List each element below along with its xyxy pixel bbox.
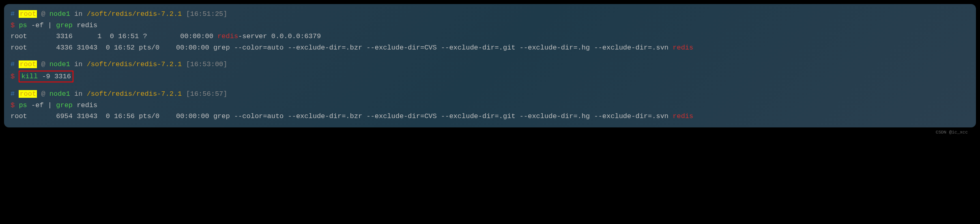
ps-command: ps <box>19 101 27 109</box>
in-text: in <box>70 10 87 18</box>
process-row: root 6954 31043 0 16:56 pts/0 00:00:00 g… <box>11 112 673 120</box>
watermark-text: CSDN @ic_xcc <box>4 127 976 136</box>
command-line-2: $ kill -9 3316 <box>11 71 969 83</box>
pipe-symbol: | <box>48 101 52 109</box>
process-row: root 3316 1 0 16:51 ? 00:00:00 <box>11 32 217 40</box>
kill-args: -9 3316 <box>38 73 71 80</box>
ps-args: -ef <box>27 22 48 29</box>
kill-highlight-box: kill -9 3316 <box>19 71 73 83</box>
command-line-3: $ ps -ef | grep redis <box>11 100 969 111</box>
output-line-3: root 6954 31043 0 16:56 pts/0 00:00:00 g… <box>11 111 969 122</box>
cwd-path: /soft/redis/redis-7.2.1 <box>87 60 182 68</box>
user-root: root <box>19 90 37 98</box>
grep-command: grep <box>52 101 73 109</box>
ps-args: -ef <box>27 101 48 109</box>
prompt-dollar: $ <box>11 101 19 109</box>
hash-symbol: # <box>11 60 15 68</box>
at-text: @ <box>37 10 49 18</box>
output-line-1b: root 4336 31043 0 16:52 pts/0 00:00:00 g… <box>11 43 969 53</box>
process-row: root 4336 31043 0 16:52 pts/0 00:00:00 g… <box>11 44 673 52</box>
grep-args: redis <box>73 101 97 109</box>
user-root: root <box>19 60 37 68</box>
hostname: node1 <box>49 60 70 68</box>
redis-match: redis <box>217 32 238 40</box>
redis-match: redis <box>673 112 693 120</box>
in-text: in <box>70 60 87 68</box>
prompt-dollar: $ <box>11 73 19 80</box>
command-line-1: $ ps -ef | grep redis <box>11 20 969 31</box>
terminal-window[interactable]: # root @ node1 in /soft/redis/redis-7.2.… <box>4 4 976 127</box>
in-text: in <box>70 90 87 98</box>
hostname: node1 <box>49 90 70 98</box>
grep-command: grep <box>52 22 73 29</box>
cwd-path: /soft/redis/redis-7.2.1 <box>87 10 182 18</box>
user-root: root <box>19 10 37 18</box>
cwd-path: /soft/redis/redis-7.2.1 <box>87 90 182 98</box>
prompt-line-2: # root @ node1 in /soft/redis/redis-7.2.… <box>11 59 969 70</box>
prompt-dollar: $ <box>11 22 19 29</box>
grep-args: redis <box>73 22 97 29</box>
at-text: @ <box>37 60 49 68</box>
process-suffix: -server 0.0.0.0:6379 <box>238 32 321 40</box>
blank-line <box>11 83 969 89</box>
kill-command: kill <box>21 73 38 80</box>
blank-line <box>11 54 969 59</box>
timestamp: [16:51:25] <box>182 10 227 18</box>
redis-match: redis <box>673 44 693 52</box>
prompt-line-3: # root @ node1 in /soft/redis/redis-7.2.… <box>11 89 969 99</box>
pipe-symbol: | <box>48 22 52 29</box>
prompt-line-1: # root @ node1 in /soft/redis/redis-7.2.… <box>11 9 969 19</box>
hostname: node1 <box>49 10 70 18</box>
output-line-1a: root 3316 1 0 16:51 ? 00:00:00 redis-ser… <box>11 31 969 42</box>
at-text: @ <box>37 90 49 98</box>
ps-command: ps <box>19 22 27 29</box>
timestamp: [16:56:57] <box>182 90 227 98</box>
hash-symbol: # <box>11 90 15 98</box>
hash-symbol: # <box>11 10 15 18</box>
timestamp: [16:53:00] <box>182 60 227 68</box>
